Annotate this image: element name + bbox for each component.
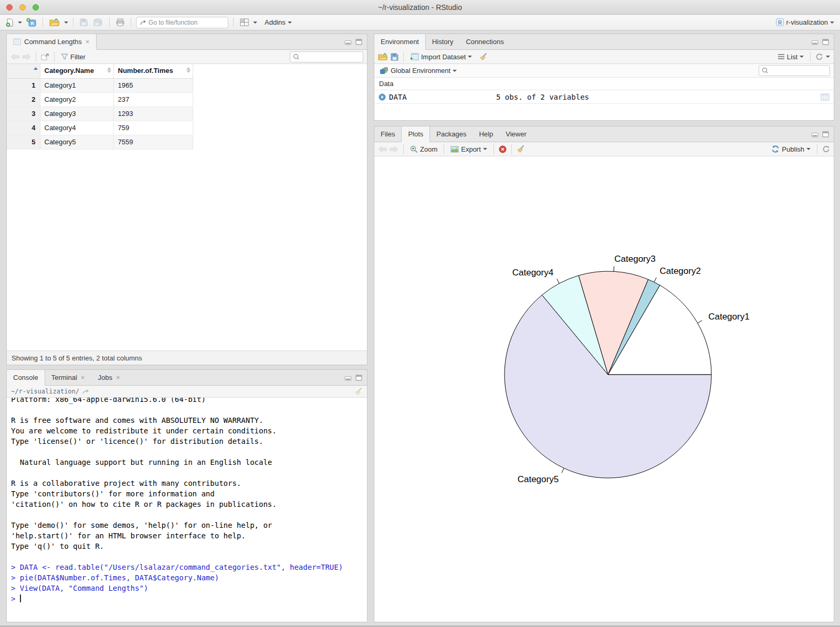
project-name-label: r-visualization <box>786 18 828 26</box>
tab-history[interactable]: History <box>426 34 459 49</box>
table-row[interactable]: 3Category31293 <box>7 107 367 121</box>
expand-object-icon[interactable] <box>379 93 386 101</box>
environment-object-row[interactable]: DATA 5 obs. of 2 variables <box>374 90 834 104</box>
console-prompt[interactable]: > <box>11 593 363 604</box>
filter-button[interactable]: Filter <box>59 52 87 62</box>
minimize-pane-icon[interactable] <box>344 375 352 381</box>
goto-arrow-icon <box>140 19 146 26</box>
environment-view-mode-button[interactable]: List <box>776 52 805 62</box>
close-window-button[interactable] <box>6 4 13 10</box>
column-header-number-of-times[interactable]: Number.of.Times <box>113 64 193 78</box>
publish-button[interactable]: Publish <box>770 144 812 154</box>
cell-category-name: Category1 <box>40 78 113 92</box>
environment-search-box[interactable] <box>759 65 830 76</box>
row-number-header[interactable] <box>7 64 40 78</box>
environment-scope-selector[interactable]: Global Environment <box>378 66 458 76</box>
clear-environment-icon[interactable] <box>479 52 488 61</box>
refresh-icon[interactable] <box>815 53 823 60</box>
previous-plot-icon[interactable] <box>378 146 387 153</box>
export-plot-button[interactable]: Export <box>449 144 489 154</box>
zoom-window-button[interactable] <box>33 4 39 10</box>
new-project-button[interactable]: R <box>25 17 38 28</box>
window-title: ~/r-visualization - RStudio <box>0 3 840 12</box>
open-recent-dropdown[interactable] <box>64 22 68 24</box>
data-viewer-pane: Command Lengths × Filter Category.Name <box>6 34 368 365</box>
save-button[interactable] <box>78 17 89 27</box>
tab-environment[interactable]: Environment <box>374 34 426 50</box>
maximize-pane-icon[interactable] <box>822 131 829 137</box>
clear-console-icon[interactable] <box>354 387 363 396</box>
remove-plot-icon[interactable] <box>499 145 507 153</box>
import-dataset-icon <box>410 53 419 60</box>
table-row[interactable]: 5Category57559 <box>7 135 367 149</box>
addins-dropdown <box>288 22 292 24</box>
console-line: 'help.start()' for an HTML browser inter… <box>11 530 363 541</box>
import-dataset-button[interactable]: Import Dataset <box>408 52 474 62</box>
minimize-pane-icon[interactable] <box>811 39 818 45</box>
save-all-button[interactable] <box>92 17 104 27</box>
clear-all-plots-icon[interactable] <box>517 145 525 153</box>
load-workspace-icon[interactable] <box>378 53 388 61</box>
environment-search-input[interactable] <box>770 67 827 75</box>
tab-jobs[interactable]: Jobs× <box>91 370 127 385</box>
row-number: 2 <box>7 92 40 107</box>
maximize-pane-icon[interactable] <box>355 375 362 381</box>
addins-button[interactable]: Addins <box>263 17 293 27</box>
viewer-search-box[interactable] <box>290 51 363 62</box>
row-number: 1 <box>7 78 40 92</box>
refresh-dropdown[interactable] <box>826 56 830 58</box>
viewer-tab-title: Command Lengths <box>24 38 82 46</box>
view-data-icon[interactable] <box>821 93 830 101</box>
tab-packages[interactable]: Packages <box>430 126 472 142</box>
minimize-pane-icon[interactable] <box>811 131 818 137</box>
tab-connections[interactable]: Connections <box>459 34 510 49</box>
console-line <box>11 405 363 415</box>
maximize-pane-icon[interactable] <box>355 39 362 45</box>
tab-help[interactable]: Help <box>472 126 499 142</box>
save-all-icon <box>93 18 103 26</box>
minimize-pane-icon[interactable] <box>344 39 352 45</box>
console-body[interactable]: Platform: x86_64-apple-darwin15.6.0 (64-… <box>7 398 367 622</box>
tab-plots[interactable]: Plots <box>401 126 430 142</box>
tab-console[interactable]: Console <box>7 370 45 386</box>
pie-label-tick <box>614 266 614 271</box>
show-in-new-window-icon[interactable] <box>41 53 49 60</box>
goto-file-function-box[interactable] <box>136 17 228 28</box>
pane-layout-dropdown[interactable] <box>253 22 257 24</box>
new-file-button[interactable] <box>4 17 15 28</box>
pane-layout-button[interactable] <box>238 17 250 27</box>
table-row[interactable]: 2Category2237 <box>7 92 367 107</box>
refresh-plot-icon[interactable] <box>822 145 830 153</box>
column-header-category-name[interactable]: Category.Name <box>40 64 113 78</box>
go-to-directory-icon[interactable] <box>82 389 90 395</box>
back-icon[interactable] <box>10 54 19 60</box>
console-command: > View(DATA, "Command Lengths") <box>11 583 363 593</box>
console-line: Type 'license()' or 'licence()' for dist… <box>11 436 363 447</box>
traffic-lights <box>6 4 39 10</box>
save-workspace-icon[interactable] <box>391 53 398 61</box>
tab-viewer[interactable]: Viewer <box>499 126 533 142</box>
cell-category-name: Category5 <box>40 135 113 149</box>
open-file-button[interactable] <box>48 17 61 28</box>
sort-asc-icon <box>186 67 191 70</box>
tab-files[interactable]: Files <box>374 126 401 142</box>
next-plot-icon[interactable] <box>390 146 398 153</box>
viewer-search-input[interactable] <box>301 53 360 60</box>
maximize-pane-icon[interactable] <box>822 39 829 45</box>
zoom-plot-button[interactable]: Zoom <box>408 144 439 154</box>
table-row[interactable]: 1Category11965 <box>7 78 367 92</box>
table-row[interactable]: 4Category4759 <box>7 121 367 135</box>
console-line <box>11 509 363 520</box>
close-tab-icon[interactable]: × <box>85 38 90 45</box>
close-tab-icon[interactable]: × <box>116 374 121 381</box>
new-file-dropdown[interactable] <box>18 22 22 24</box>
project-selector[interactable]: R r-visualization <box>774 17 836 28</box>
forward-icon[interactable] <box>22 54 31 60</box>
close-tab-icon[interactable]: × <box>80 374 86 381</box>
tab-terminal[interactable]: Terminal× <box>45 370 92 385</box>
cell-filler <box>193 121 367 135</box>
minimize-window-button[interactable] <box>19 4 26 10</box>
goto-file-function-input[interactable] <box>149 19 224 26</box>
print-button[interactable] <box>114 17 126 27</box>
tab-command-lengths[interactable]: Command Lengths × <box>7 34 97 50</box>
